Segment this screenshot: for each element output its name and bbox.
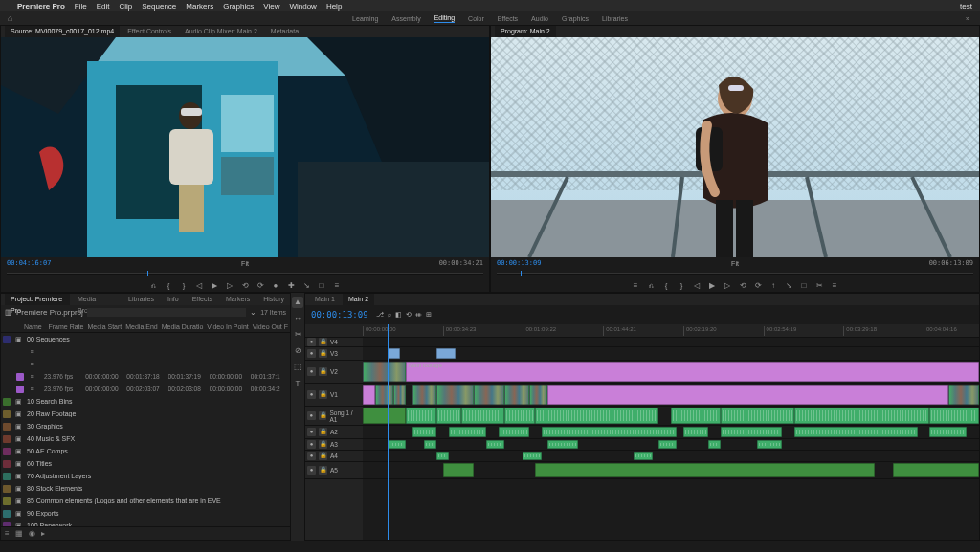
program-transport-btn-6[interactable]: ▷ [723, 281, 732, 290]
project-bin-9[interactable]: ▣ 85 Common elements (Logos and other el… [1, 495, 290, 507]
clip[interactable] [721, 427, 782, 437]
ws-editing[interactable]: Editing [434, 14, 455, 23]
source-tab-3[interactable]: Metadata [265, 26, 304, 37]
project-item-0-1[interactable]: ≡ Social [1, 358, 290, 370]
clip[interactable] [929, 408, 979, 424]
source-tab-2[interactable]: Audio Clip Mixer: Main 2 [179, 26, 263, 37]
project-tab-3[interactable]: Info [162, 294, 185, 305]
source-transport-btn-11[interactable]: □ [317, 281, 326, 290]
clip[interactable] [547, 385, 948, 405]
track-header-A1[interactable]: ● 🔒 Song 1 / A1 [305, 407, 363, 426]
timeline-opt-1[interactable]: ⌕ [388, 311, 391, 319]
track-toggle-icon[interactable]: ● [307, 452, 316, 460]
clip[interactable] [893, 463, 979, 477]
source-transport-btn-6[interactable]: ⟲ [240, 281, 250, 290]
track-V4[interactable] [363, 338, 979, 347]
clip[interactable] [658, 440, 677, 449]
track-toggle-icon[interactable]: ● [307, 440, 316, 449]
clip[interactable] [929, 427, 967, 437]
project-item-0-3[interactable]: ≡ Main 223.976 fps00:00:00:0000:02:03:07… [1, 383, 290, 395]
project-item-0-0[interactable]: ≡ Broadcast [1, 345, 290, 358]
source-transport-btn-12[interactable]: ≡ [332, 281, 342, 290]
track-lock-icon[interactable]: 🔒 [319, 390, 327, 399]
tool-0[interactable]: ▲ [292, 297, 303, 308]
track-lock-icon[interactable]: 🔒 [319, 338, 327, 346]
ws-overflow-icon[interactable]: » [963, 15, 972, 22]
clip[interactable] [671, 408, 721, 424]
timeline-tab-0[interactable]: Main 1 [309, 294, 341, 305]
ruler-tick[interactable]: 00:02:54:19 [764, 326, 797, 336]
timeline-timecode[interactable]: 00:00:13:09 [311, 310, 368, 320]
project-bin-3[interactable]: ▣ 30 Graphics [1, 420, 290, 432]
ruler-tick[interactable]: 00:01:09:22 [523, 326, 556, 336]
clip[interactable] [393, 385, 406, 405]
track-toggle-icon[interactable]: ● [307, 390, 316, 399]
clip[interactable] [486, 440, 504, 449]
track-header-A4[interactable]: ● 🔒 A4 [305, 451, 363, 462]
timeline-opt-5[interactable]: ⊞ [426, 311, 432, 319]
project-filter-icon[interactable]: ⌄ [250, 308, 256, 317]
clip[interactable] [363, 362, 406, 382]
source-viewer[interactable] [1, 37, 489, 257]
clip[interactable] [406, 408, 436, 424]
track-lock-icon[interactable]: 🔒 [319, 367, 327, 376]
track-A5[interactable] [363, 462, 979, 479]
clip[interactable] [388, 348, 400, 359]
clip[interactable] [388, 440, 406, 449]
track-lock-icon[interactable]: 🔒 [319, 452, 327, 460]
clip[interactable]: Main footage [406, 362, 979, 382]
ws-assembly[interactable]: Assembly [391, 15, 420, 22]
project-col-4[interactable]: Media Duratio [162, 323, 204, 330]
project-footer-btn-0[interactable]: ≡ [5, 529, 10, 538]
project-tab-4[interactable]: Effects [187, 294, 218, 305]
track-toggle-icon[interactable]: ● [307, 367, 316, 376]
ws-libraries[interactable]: Libraries [602, 15, 628, 22]
track-lock-icon[interactable]: 🔒 [319, 428, 327, 436]
clip[interactable] [436, 385, 474, 405]
track-toggle-icon[interactable]: ● [307, 428, 316, 436]
source-scrubber[interactable] [1, 269, 489, 278]
program-transport-btn-12[interactable]: ✂ [814, 281, 824, 290]
menu-graphics[interactable]: Graphics [223, 2, 254, 11]
project-col-0[interactable]: Name [3, 323, 44, 330]
source-transport-btn-3[interactable]: ◁ [194, 281, 204, 290]
clip[interactable] [375, 385, 393, 405]
track-A1[interactable] [363, 407, 979, 426]
clip[interactable] [504, 385, 529, 405]
project-col-1[interactable]: Frame Rate [48, 323, 83, 330]
clip[interactable] [363, 385, 375, 405]
source-fit[interactable]: Fit [241, 260, 249, 267]
program-transport-btn-7[interactable]: ⟲ [738, 281, 747, 290]
ws-audio[interactable]: Audio [531, 15, 548, 22]
track-header-V3[interactable]: ● 🔒 V3 [305, 347, 363, 361]
ruler-tick[interactable]: 00:01:44:21 [603, 326, 636, 336]
track-lock-icon[interactable]: 🔒 [319, 440, 327, 449]
project-tab-6[interactable]: History [257, 294, 290, 305]
project-item-0-2[interactable]: ≡ Main 123.976 fps00:00:00:0000:01:37:18… [1, 370, 290, 383]
clip[interactable] [634, 452, 652, 460]
source-tab-1[interactable]: Effect Controls [122, 26, 177, 37]
program-viewer[interactable] [491, 37, 979, 257]
clip[interactable] [529, 385, 547, 405]
tool-5[interactable]: T [292, 378, 303, 389]
timeline-opt-2[interactable]: ◧ [395, 311, 402, 319]
track-lock-icon[interactable]: 🔒 [319, 411, 327, 420]
project-bin-8[interactable]: ▣ 80 Stock Elements [1, 482, 290, 495]
tool-3[interactable]: ⊘ [292, 345, 303, 357]
menu-user[interactable]: test [960, 2, 972, 11]
project-footer-btn-3[interactable]: ▸ [41, 529, 45, 538]
clip[interactable] [499, 427, 529, 437]
project-col-5[interactable]: Video In Point [207, 323, 248, 330]
track-lock-icon[interactable]: 🔒 [319, 466, 327, 475]
ruler-tick[interactable]: 00:04:04:16 [924, 326, 957, 336]
clip[interactable] [363, 408, 406, 424]
program-fit[interactable]: Fit [731, 260, 739, 267]
clip[interactable] [794, 427, 918, 437]
track-header-A3[interactable]: ● 🔒 A3 [305, 439, 363, 451]
project-bin-6[interactable]: ▣ 60 Titles [1, 457, 290, 470]
source-tab-0[interactable]: Source: MVI0079_c0017_012.mp4 [5, 26, 120, 37]
source-transport-btn-2[interactable]: } [179, 281, 189, 290]
project-col-6[interactable]: Video Out F [253, 323, 288, 330]
project-bin-2[interactable]: ▣ 20 Raw Footage [1, 408, 290, 420]
source-transport-btn-5[interactable]: ▷ [225, 281, 234, 290]
